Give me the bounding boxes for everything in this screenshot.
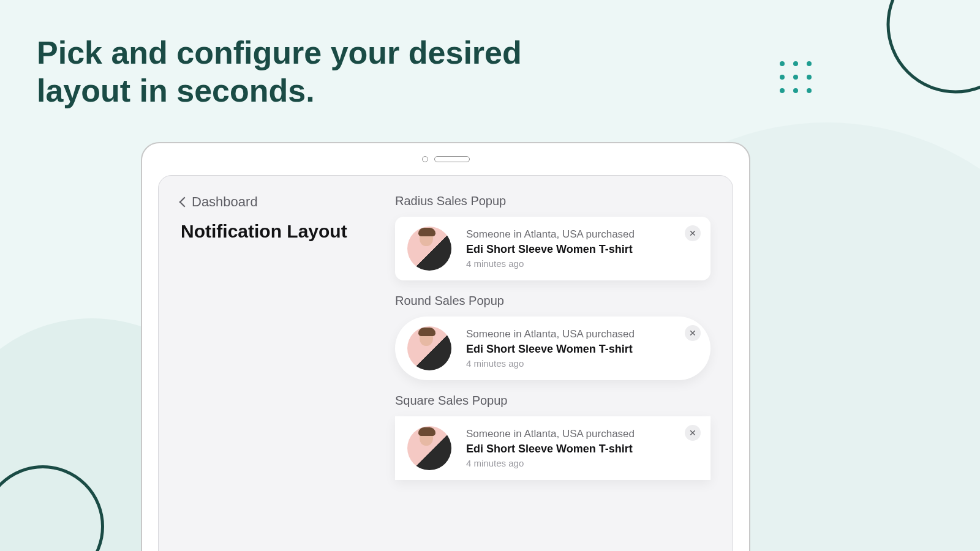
popup-time-ago: 4 minutes ago <box>466 458 635 468</box>
chevron-left-icon <box>179 197 190 208</box>
layout-option-round: Round Sales Popup Someone in Atlanta, US… <box>395 294 710 380</box>
decoration-arc-top-right <box>851 0 980 129</box>
layout-option-radius: Radius Sales Popup Someone in Atlanta, U… <box>395 194 710 280</box>
svg-point-0 <box>888 0 980 92</box>
close-icon[interactable]: ✕ <box>685 325 701 341</box>
layout-label: Round Sales Popup <box>395 294 710 308</box>
close-icon[interactable]: ✕ <box>685 425 701 441</box>
popup-product-name: Edi Short Sleeve Women T-shirt <box>466 443 635 455</box>
app-screen: Dashboard Notification Layout Radius Sal… <box>158 175 733 551</box>
close-icon[interactable]: ✕ <box>685 225 701 241</box>
popup-purchaser-line: Someone in Atlanta, USA purchased <box>466 228 635 241</box>
popup-card-round[interactable]: Someone in Atlanta, USA purchased Edi Sh… <box>395 317 710 380</box>
popup-product-name: Edi Short Sleeve Women T-shirt <box>466 243 635 256</box>
back-to-dashboard-link[interactable]: Dashboard <box>181 194 258 210</box>
popup-purchaser-line: Someone in Atlanta, USA purchased <box>466 428 635 440</box>
popup-text: Someone in Atlanta, USA purchased Edi Sh… <box>466 328 635 369</box>
layout-options-column: Radius Sales Popup Someone in Atlanta, U… <box>395 194 710 548</box>
page-title: Notification Layout <box>181 221 371 242</box>
tablet-frame: Dashboard Notification Layout Radius Sal… <box>141 142 750 551</box>
marketing-headline: Pick and configure your desired layout i… <box>37 34 588 110</box>
decoration-circle-bottom-left <box>0 465 104 551</box>
layout-option-square: Square Sales Popup Someone in Atlanta, U… <box>395 394 710 480</box>
popup-card-square[interactable]: Someone in Atlanta, USA purchased Edi Sh… <box>395 416 710 480</box>
left-column: Dashboard Notification Layout <box>181 194 371 548</box>
popup-purchaser-line: Someone in Atlanta, USA purchased <box>466 328 635 340</box>
tablet-speaker-icon <box>434 156 470 162</box>
popup-time-ago: 4 minutes ago <box>466 258 635 269</box>
tablet-camera-icon <box>422 156 428 162</box>
back-link-label: Dashboard <box>192 194 258 210</box>
popup-text: Someone in Atlanta, USA purchased Edi Sh… <box>466 428 635 468</box>
popup-text: Someone in Atlanta, USA purchased Edi Sh… <box>466 228 635 269</box>
decoration-dot-grid <box>780 61 812 93</box>
layout-label: Square Sales Popup <box>395 394 710 408</box>
popup-time-ago: 4 minutes ago <box>466 358 635 369</box>
popup-card-radius[interactable]: Someone in Atlanta, USA purchased Edi Sh… <box>395 217 710 280</box>
product-avatar <box>407 426 451 470</box>
product-avatar <box>407 326 451 370</box>
popup-product-name: Edi Short Sleeve Women T-shirt <box>466 343 635 356</box>
tablet-top-bar <box>142 143 749 175</box>
product-avatar <box>407 227 451 271</box>
layout-label: Radius Sales Popup <box>395 194 710 208</box>
